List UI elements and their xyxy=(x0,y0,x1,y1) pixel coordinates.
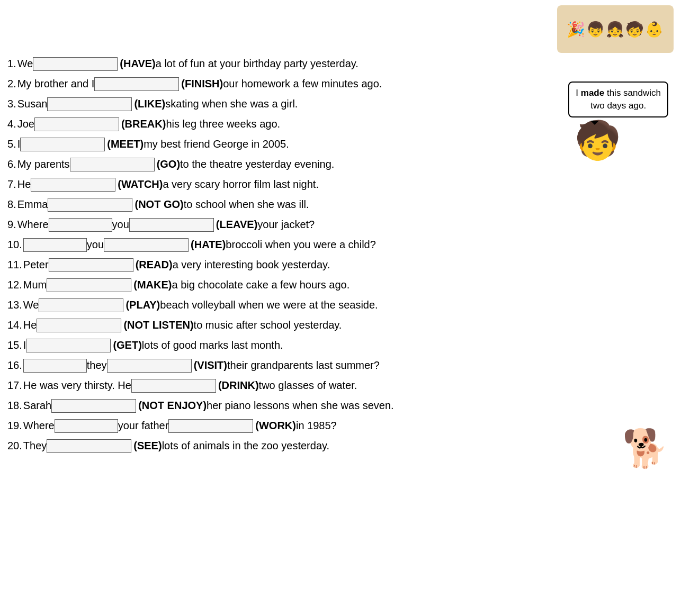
input1-9[interactable] xyxy=(49,218,112,232)
exercise-before-4: Joe xyxy=(17,115,34,132)
input1-3[interactable] xyxy=(47,97,132,111)
bottom-character: 🐕 xyxy=(622,427,668,470)
exercise-after-6: to the theatre yesterday evening. xyxy=(180,156,334,173)
exercise-line-12: 12.Mum (MAKE) a big chocolate cake a few… xyxy=(7,276,674,293)
speech-text-2: this sandwich xyxy=(604,88,661,98)
linus-character: 🧒 xyxy=(568,122,626,191)
exercise-number-11: 11. xyxy=(7,256,22,273)
exercise-verb-10: (HATE) xyxy=(191,236,226,253)
exercise-number-20: 20. xyxy=(7,437,22,454)
exercise-after-17: two glasses of water. xyxy=(259,377,357,394)
exercise-verb-11: (READ) xyxy=(136,256,173,273)
exercise-line-8: 8.Emma (NOT GO) to school when she was i… xyxy=(7,196,674,213)
exercise-before-9: Where xyxy=(17,216,49,233)
input1-2[interactable] xyxy=(94,77,179,91)
exercise-before-14: He xyxy=(23,316,37,333)
exercise-verb-6: (GO) xyxy=(157,156,180,173)
exercise-after-2: our homework a few minutes ago. xyxy=(223,75,382,92)
exercise-before-7: He xyxy=(17,176,31,193)
exercise-number-9: 9. xyxy=(7,216,16,233)
exercise-before-8: Emma xyxy=(17,196,48,213)
speech-bubble: I made this sandwich two days ago. xyxy=(568,81,668,117)
exercise-verb-14: (NOT LISTEN) xyxy=(123,316,193,333)
exercise-middle-9: you xyxy=(112,216,129,233)
exercise-number-19: 19. xyxy=(7,417,22,434)
exercise-before-1: We xyxy=(17,55,33,72)
exercise-middle-16: they xyxy=(87,357,107,374)
speech-text-3: two days ago. xyxy=(590,101,646,111)
exercise-after-1: a lot of fun at your birthday party yest… xyxy=(156,55,359,72)
exercise-verb-16: (VISIT) xyxy=(194,357,227,374)
exercise-line-9: 9.Where you (LEAVE) your jacket? xyxy=(7,216,674,233)
exercise-number-13: 13. xyxy=(7,296,22,313)
exercise-number-4: 4. xyxy=(7,115,16,132)
input1-4[interactable] xyxy=(34,117,119,131)
exercise-line-10: 10. you (HATE) broccoli when you were a … xyxy=(7,236,674,253)
input1-13[interactable] xyxy=(39,298,123,312)
exercise-verb-9: (LEAVE) xyxy=(216,216,258,233)
exercise-number-17: 17. xyxy=(7,377,22,394)
exercise-after-18: her piano lessons when she was seven. xyxy=(207,397,394,414)
exercise-number-5: 5. xyxy=(7,135,16,152)
input1-19[interactable] xyxy=(55,419,118,433)
exercise-line-14: 14.He (NOT LISTEN) to music after school… xyxy=(7,316,674,333)
exercise-number-18: 18. xyxy=(7,397,22,414)
exercise-before-18: Sarah xyxy=(23,397,51,414)
exercise-verb-7: (WATCH) xyxy=(118,176,163,193)
input2-19[interactable] xyxy=(168,419,253,433)
input1-1[interactable] xyxy=(33,57,118,71)
input2-16[interactable] xyxy=(107,359,192,373)
exercise-after-20: lots of animals in the zoo yesterday. xyxy=(162,437,329,454)
exercise-after-16: their grandparents last summer? xyxy=(227,357,380,374)
exercise-number-2: 2. xyxy=(7,75,16,92)
input1-12[interactable] xyxy=(47,278,131,292)
exercise-verb-13: (PLAY) xyxy=(126,296,160,313)
input1-17[interactable] xyxy=(131,379,216,393)
exercise-verb-5: (MEET) xyxy=(107,135,144,152)
exercise-line-16: 16. they (VISIT) their grandparents last… xyxy=(7,357,674,374)
exercise-number-15: 15. xyxy=(7,337,22,354)
exercise-before-19: Where xyxy=(23,417,55,434)
exercise-verb-15: (GET) xyxy=(113,337,141,354)
input1-5[interactable] xyxy=(20,138,105,151)
exercise-after-10: broccoli when you were a child? xyxy=(226,236,376,253)
input2-9[interactable] xyxy=(129,218,214,232)
input1-15[interactable] xyxy=(26,339,111,352)
exercise-after-12: a big chocolate cake a few hours ago. xyxy=(172,276,350,293)
exercise-line-13: 13.We (PLAY) beach volleyball when we we… xyxy=(7,296,674,313)
exercise-verb-19: (WORK) xyxy=(255,417,296,434)
input1-8[interactable] xyxy=(48,198,132,212)
input1-18[interactable] xyxy=(51,399,136,413)
exercise-after-7: a very scary horror film last night. xyxy=(163,176,319,193)
input1-6[interactable] xyxy=(70,158,155,171)
exercise-before-20: They xyxy=(23,437,47,454)
exercise-middle-19: your father xyxy=(118,417,169,434)
exercise-number-1: 1. xyxy=(7,55,16,72)
exercise-number-6: 6. xyxy=(7,156,16,173)
exercise-line-17: 17.He was very thirsty. He (DRINK) two g… xyxy=(7,377,674,394)
exercise-verb-2: (FINISH) xyxy=(181,75,223,92)
input1-16[interactable] xyxy=(23,359,87,373)
exercise-before-17: He was very thirsty. He xyxy=(23,377,131,394)
input1-11[interactable] xyxy=(49,258,133,272)
exercise-line-15: 15.I (GET) lots of good marks last month… xyxy=(7,337,674,354)
input2-10[interactable] xyxy=(104,238,189,252)
exercise-number-8: 8. xyxy=(7,196,16,213)
input1-7[interactable] xyxy=(31,178,115,192)
input1-14[interactable] xyxy=(37,319,121,332)
exercise-before-11: Peter xyxy=(23,256,49,273)
input1-20[interactable] xyxy=(47,439,131,453)
exercise-verb-3: (LIKE) xyxy=(134,95,165,112)
exercise-before-2: My brother and I xyxy=(17,75,95,92)
exercise-after-13: beach volleyball when we were at the sea… xyxy=(160,296,378,313)
exercise-after-4: his leg three weeks ago. xyxy=(166,115,280,132)
exercise-line-11: 11.Peter (READ) a very interesting book … xyxy=(7,256,674,273)
exercise-number-7: 7. xyxy=(7,176,16,193)
exercise-number-12: 12. xyxy=(7,276,22,293)
exercise-verb-8: (NOT GO) xyxy=(135,196,183,213)
exercise-after-3: skating when she was a girl. xyxy=(165,95,298,112)
exercise-line-19: 19.Where your father (WORK) in 1985? xyxy=(7,417,674,434)
exercise-after-19: in 1985? xyxy=(296,417,337,434)
exercise-number-16: 16. xyxy=(7,357,22,374)
input1-10[interactable] xyxy=(23,238,87,252)
